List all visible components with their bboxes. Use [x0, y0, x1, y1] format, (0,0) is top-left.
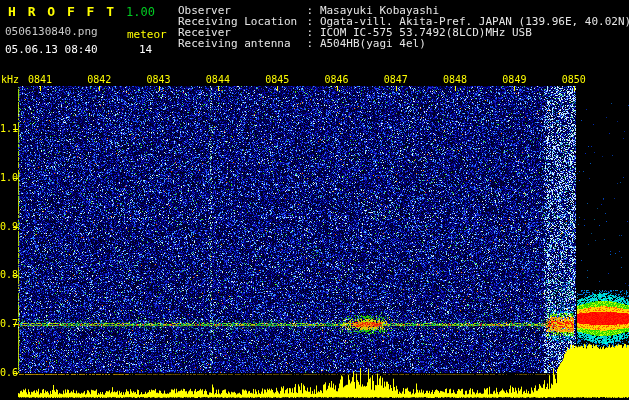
info-value: A504HB(yagi 4el) [320, 37, 426, 50]
app-version: 1.00 [126, 5, 155, 19]
app-title: H R O F F T [8, 4, 116, 19]
brand-block: H R O F F T 1.00 0506130840.png meteor 0… [0, 0, 178, 72]
info-row: Receiving antenna : A504HB(yagi 4el) [178, 38, 629, 49]
info-label: Receiving antenna [178, 38, 300, 49]
mode-label: meteor [127, 28, 167, 41]
meteor-count: 14 [139, 43, 152, 56]
hrofft-window: H R O F F T 1.00 0506130840.png meteor 0… [0, 0, 629, 400]
start-datetime: 05.06.13 08:40 [5, 43, 98, 56]
output-filename: 0506130840.png [5, 25, 98, 38]
observation-info: Observer : Masayuki Kobayashi Receiving … [178, 5, 629, 49]
info-separator: : [300, 37, 320, 50]
header: H R O F F T 1.00 0506130840.png meteor 0… [0, 0, 629, 72]
